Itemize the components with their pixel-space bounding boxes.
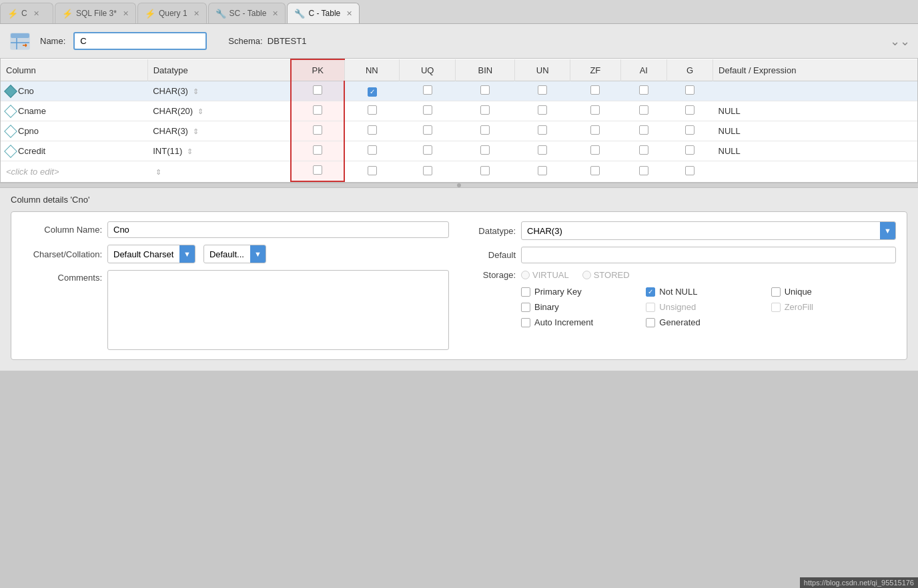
zf-checkbox[interactable] bbox=[590, 85, 600, 95]
ai-checkbox[interactable] bbox=[639, 105, 648, 115]
nn-checkbox[interactable] bbox=[368, 87, 377, 97]
new-row-zf[interactable] bbox=[570, 161, 620, 182]
new-pk-checkbox[interactable] bbox=[313, 165, 322, 175]
col-uq-cell[interactable] bbox=[400, 121, 456, 141]
checkbox-binary[interactable]: Binary bbox=[521, 302, 646, 312]
new-row[interactable]: <click to edit>⇕ bbox=[1, 161, 917, 182]
new-row-name[interactable]: <click to edit> bbox=[1, 161, 147, 182]
auto-increment-checkbox[interactable] bbox=[521, 318, 530, 327]
tab-query1-close[interactable]: ✕ bbox=[193, 9, 199, 18]
divider[interactable] bbox=[0, 183, 918, 188]
col-nn-cell[interactable] bbox=[344, 121, 400, 141]
col-zf-cell[interactable] bbox=[570, 81, 620, 101]
storage-stored-option[interactable]: STORED bbox=[582, 270, 630, 280]
uq-checkbox[interactable] bbox=[423, 85, 432, 95]
col-un-cell[interactable] bbox=[515, 121, 570, 141]
new-row-uq[interactable] bbox=[400, 161, 456, 182]
col-un-cell[interactable] bbox=[515, 81, 570, 101]
checkbox-generated[interactable]: Generated bbox=[646, 317, 771, 327]
new-g-checkbox[interactable] bbox=[685, 166, 695, 175]
checkbox-primary-key[interactable]: Primary Key bbox=[521, 287, 646, 297]
collation-dropdown[interactable]: Default... bbox=[204, 247, 250, 262]
g-checkbox[interactable] bbox=[685, 105, 695, 115]
g-checkbox[interactable] bbox=[685, 85, 695, 95]
un-checkbox[interactable] bbox=[538, 125, 547, 135]
uq-checkbox[interactable] bbox=[423, 145, 432, 155]
col-g-cell[interactable] bbox=[666, 141, 713, 161]
col-g-cell[interactable] bbox=[666, 101, 713, 121]
bin-checkbox[interactable] bbox=[480, 85, 490, 95]
col-pk-cell[interactable] bbox=[291, 141, 344, 161]
tab-c-table[interactable]: 🔧 C - Table ✕ bbox=[287, 3, 360, 23]
col-un-cell[interactable] bbox=[515, 101, 570, 121]
tab-sql3-close[interactable]: ✕ bbox=[123, 9, 129, 18]
new-row-ai[interactable] bbox=[620, 161, 666, 182]
uq-checkbox[interactable] bbox=[423, 125, 432, 135]
datatype-dropdown[interactable]: CHAR(3) bbox=[522, 223, 880, 239]
tab-sql3[interactable]: ⚡ SQL File 3* ✕ bbox=[55, 3, 136, 23]
pk-checkbox[interactable] bbox=[313, 145, 322, 155]
table-row[interactable]: CpnoCHAR(3) ⇕NULL bbox=[1, 121, 917, 141]
col-zf-cell[interactable] bbox=[570, 121, 620, 141]
tab-c-table-close[interactable]: ✕ bbox=[346, 9, 352, 18]
name-input[interactable] bbox=[73, 32, 207, 50]
g-checkbox[interactable] bbox=[685, 145, 695, 155]
col-uq-cell[interactable] bbox=[400, 81, 456, 101]
new-row-un[interactable] bbox=[515, 161, 570, 182]
tab-c[interactable]: ⚡ C ✕ bbox=[0, 3, 53, 23]
col-pk-cell[interactable] bbox=[291, 101, 344, 121]
col-bin-cell[interactable] bbox=[456, 81, 515, 101]
new-uq-checkbox[interactable] bbox=[423, 166, 432, 175]
nn-checkbox[interactable] bbox=[368, 105, 377, 115]
checkbox-unique[interactable]: Unique bbox=[771, 287, 896, 297]
table-row[interactable]: CcreditINT(11) ⇕NULL bbox=[1, 141, 917, 161]
col-uq-cell[interactable] bbox=[400, 101, 456, 121]
storage-virtual-option[interactable]: VIRTUAL bbox=[521, 270, 569, 280]
table-row[interactable]: CnoCHAR(3) ⇕ bbox=[1, 81, 917, 101]
col-un-cell[interactable] bbox=[515, 141, 570, 161]
col-nn-cell[interactable] bbox=[344, 81, 400, 101]
comments-textarea[interactable] bbox=[107, 270, 449, 350]
g-checkbox[interactable] bbox=[685, 125, 695, 135]
col-g-cell[interactable] bbox=[666, 81, 713, 101]
column-name-input[interactable] bbox=[107, 221, 449, 238]
new-row-g[interactable] bbox=[666, 161, 713, 182]
col-uq-cell[interactable] bbox=[400, 141, 456, 161]
uq-checkbox[interactable] bbox=[423, 105, 432, 115]
col-bin-cell[interactable] bbox=[456, 101, 515, 121]
collation-select[interactable]: Default... ▼ bbox=[203, 245, 266, 263]
datatype-select[interactable]: CHAR(3) ▼ bbox=[521, 221, 896, 240]
new-zf-checkbox[interactable] bbox=[590, 166, 600, 175]
bin-checkbox[interactable] bbox=[480, 125, 490, 135]
ai-checkbox[interactable] bbox=[639, 145, 648, 155]
tab-query1[interactable]: ⚡ Query 1 ✕ bbox=[137, 3, 207, 23]
col-pk-cell[interactable] bbox=[291, 121, 344, 141]
new-un-checkbox[interactable] bbox=[538, 166, 547, 175]
charset-select[interactable]: Default Charset ▼ bbox=[107, 245, 195, 263]
table-row[interactable]: CnameCHAR(20) ⇕NULL bbox=[1, 101, 917, 121]
primary-key-checkbox[interactable] bbox=[521, 287, 530, 297]
nn-checkbox[interactable] bbox=[368, 125, 377, 135]
bin-checkbox[interactable] bbox=[480, 145, 490, 155]
col-g-cell[interactable] bbox=[666, 121, 713, 141]
tab-c-close[interactable]: ✕ bbox=[33, 9, 39, 18]
col-ai-cell[interactable] bbox=[620, 81, 666, 101]
pk-checkbox[interactable] bbox=[313, 125, 322, 135]
col-bin-cell[interactable] bbox=[456, 121, 515, 141]
zf-checkbox[interactable] bbox=[590, 125, 600, 135]
un-checkbox[interactable] bbox=[538, 105, 547, 115]
un-checkbox[interactable] bbox=[538, 85, 547, 95]
binary-checkbox[interactable] bbox=[521, 303, 530, 312]
col-ai-cell[interactable] bbox=[620, 121, 666, 141]
tab-sc-table[interactable]: 🔧 SC - Table ✕ bbox=[208, 3, 286, 23]
zf-checkbox[interactable] bbox=[590, 145, 600, 155]
charset-dropdown[interactable]: Default Charset bbox=[108, 247, 179, 262]
col-zf-cell[interactable] bbox=[570, 141, 620, 161]
default-input[interactable] bbox=[521, 247, 896, 263]
pk-checkbox[interactable] bbox=[313, 85, 322, 95]
checkbox-auto-increment[interactable]: Auto Increment bbox=[521, 317, 646, 327]
zf-checkbox[interactable] bbox=[590, 105, 600, 115]
bin-checkbox[interactable] bbox=[480, 105, 490, 115]
new-ai-checkbox[interactable] bbox=[639, 166, 648, 175]
col-pk-cell[interactable] bbox=[291, 81, 344, 101]
